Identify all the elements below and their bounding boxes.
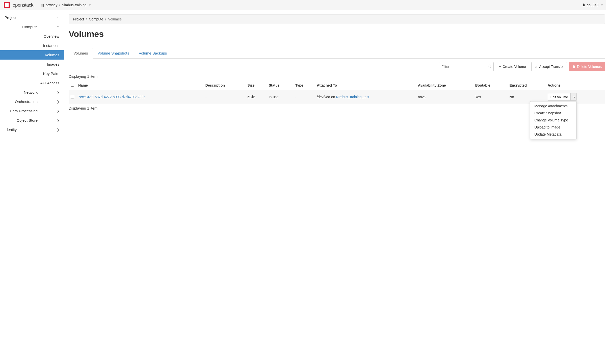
cell-status: In-use xyxy=(267,90,293,104)
nav-item-volumes[interactable]: Volumes xyxy=(0,50,64,60)
chevron-right-icon: ❯ xyxy=(57,119,59,122)
th-name[interactable]: Name xyxy=(76,81,203,90)
delete-volumes-button[interactable]: Delete Volumes xyxy=(569,62,605,71)
cell-description: - xyxy=(203,90,246,104)
th-actions: Actions xyxy=(546,81,605,90)
context-domain: pawsey xyxy=(45,3,57,7)
tab-volumes[interactable]: Volumes xyxy=(69,48,93,59)
nav-group-label: Network xyxy=(3,90,48,94)
cell-actions: Edit Volume Manage Attachments Create Sn… xyxy=(546,90,605,104)
nav-data-processing[interactable]: Data Processing ❯ xyxy=(0,106,64,116)
filter-input[interactable] xyxy=(439,62,494,71)
display-count-top: Displaying 1 item xyxy=(69,74,605,79)
tabs: Volumes Volume Snapshots Volume Backups xyxy=(69,48,605,59)
nav-compute[interactable]: Compute ﹀ xyxy=(0,22,64,32)
brand[interactable]: openstack. xyxy=(3,1,35,9)
nav-item-key-pairs[interactable]: Key Pairs xyxy=(0,69,64,78)
row-checkbox[interactable] xyxy=(71,95,74,98)
filter-wrap xyxy=(439,62,494,71)
th-type[interactable]: Type xyxy=(293,81,315,90)
transfer-icon: ⇄ xyxy=(535,65,538,69)
separator-dot: • xyxy=(59,3,60,7)
menu-update-metadata[interactable]: Update Metadata xyxy=(530,131,576,138)
tab-backups[interactable]: Volume Backups xyxy=(134,48,172,59)
chevron-right-icon: ❯ xyxy=(57,128,59,132)
user-name: cou040 xyxy=(587,3,598,7)
volumes-table: Name Description Size Status Type Attach… xyxy=(69,81,605,104)
select-all-checkbox[interactable] xyxy=(71,83,74,87)
chevron-right-icon: ❯ xyxy=(57,109,59,113)
cell-size: 5GiB xyxy=(245,90,267,104)
page-title: Volumes xyxy=(69,29,605,39)
nav-project[interactable]: Project ﹀ xyxy=(0,13,64,22)
brand-name: openstack. xyxy=(13,2,35,8)
chevron-right-icon: ❯ xyxy=(57,91,59,94)
caret-down-icon xyxy=(572,95,575,99)
nav-item-api-access[interactable]: API Access xyxy=(0,78,64,88)
svg-line-7 xyxy=(490,67,491,68)
cell-type: - xyxy=(293,90,315,104)
svg-rect-4 xyxy=(5,3,9,7)
svg-point-5 xyxy=(583,4,585,5)
th-status[interactable]: Status xyxy=(267,81,293,90)
nav-group-label: Object Store xyxy=(3,118,48,122)
delete-volumes-label: Delete Volumes xyxy=(577,65,602,69)
openstack-logo-icon xyxy=(3,1,11,9)
create-volume-label: Create Volume xyxy=(503,65,526,69)
accept-transfer-label: Accept Transfer xyxy=(539,65,564,69)
tab-snapshots[interactable]: Volume Snapshots xyxy=(93,48,134,59)
nav-item-overview[interactable]: Overview xyxy=(0,32,64,41)
cell-attached: /dev/vda on Nimbus_training_test xyxy=(315,90,416,104)
menu-create-snapshot[interactable]: Create Snapshot xyxy=(530,110,576,117)
main-content: Project / Compute / Volumes Volumes Volu… xyxy=(64,10,606,364)
menu-change-volume-type[interactable]: Change Volume Type xyxy=(530,117,576,124)
nav-identity[interactable]: Identity ❯ xyxy=(0,125,64,134)
th-size[interactable]: Size xyxy=(245,81,267,90)
user-menu[interactable]: cou040 xyxy=(582,3,603,7)
attached-prefix: /dev/vda on xyxy=(317,95,336,99)
th-description[interactable]: Description xyxy=(203,81,246,90)
nav-network[interactable]: Network ❯ xyxy=(0,88,64,97)
nav-compute-label: Compute xyxy=(3,25,48,29)
attached-instance-link[interactable]: Nimbus_training_test xyxy=(336,95,370,99)
domain-icon: ▤ xyxy=(41,3,44,7)
menu-manage-attachments[interactable]: Manage Attachments xyxy=(530,102,576,110)
chevron-down-icon: ﹀ xyxy=(56,15,59,20)
actions-dropdown-toggle[interactable] xyxy=(571,93,577,101)
accept-transfer-button[interactable]: ⇄ Accept Transfer xyxy=(531,62,567,71)
volume-name-link[interactable]: 7cce84e9-687d-4272-a008-d7d4708d283c xyxy=(78,95,145,99)
breadcrumb: Project / Compute / Volumes xyxy=(69,14,605,24)
nav-item-instances[interactable]: Instances xyxy=(0,41,64,50)
cell-az: nova xyxy=(416,90,473,104)
display-count-bottom: Displaying 1 item xyxy=(69,106,605,110)
nav-item-images[interactable]: Images xyxy=(0,60,64,69)
menu-upload-to-image[interactable]: Upload to Image xyxy=(530,124,576,131)
nav-group-label: Orchestration xyxy=(3,99,48,104)
nav-identity-label: Identity xyxy=(5,127,17,132)
sidebar: Project ﹀ Compute ﹀ Overview Instances V… xyxy=(0,10,64,364)
chevron-down-icon: ﹀ xyxy=(57,25,59,29)
svg-point-6 xyxy=(488,65,490,67)
user-icon xyxy=(582,3,585,7)
breadcrumb-project[interactable]: Project xyxy=(73,17,84,21)
plus-icon: + xyxy=(499,65,501,69)
table-row: 7cce84e9-687d-4272-a008-d7d4708d283c - 5… xyxy=(69,90,605,104)
th-attached[interactable]: Attached To xyxy=(315,81,416,90)
context-project: Nimbus-training xyxy=(62,3,86,7)
th-bootable[interactable]: Bootable xyxy=(473,81,508,90)
toolbar: + Create Volume ⇄ Accept Transfer Delete… xyxy=(69,62,605,71)
trash-icon xyxy=(572,65,575,69)
th-encrypted[interactable]: Encrypted xyxy=(508,81,546,90)
edit-volume-button[interactable]: Edit Volume xyxy=(548,93,571,101)
chevron-right-icon: ❯ xyxy=(57,100,59,103)
nav-orchestration[interactable]: Orchestration ❯ xyxy=(0,97,64,106)
create-volume-button[interactable]: + Create Volume xyxy=(496,62,529,71)
search-icon[interactable] xyxy=(488,64,491,69)
th-checkbox xyxy=(69,81,76,90)
cell-bootable: Yes xyxy=(473,90,508,104)
th-az[interactable]: Availability Zone xyxy=(416,81,473,90)
project-selector[interactable]: ▤ pawsey • Nimbus-training xyxy=(41,3,91,7)
nav-group-label: Data Processing xyxy=(3,109,48,113)
breadcrumb-compute[interactable]: Compute xyxy=(89,17,103,21)
nav-object-store[interactable]: Object Store ❯ xyxy=(0,116,64,125)
